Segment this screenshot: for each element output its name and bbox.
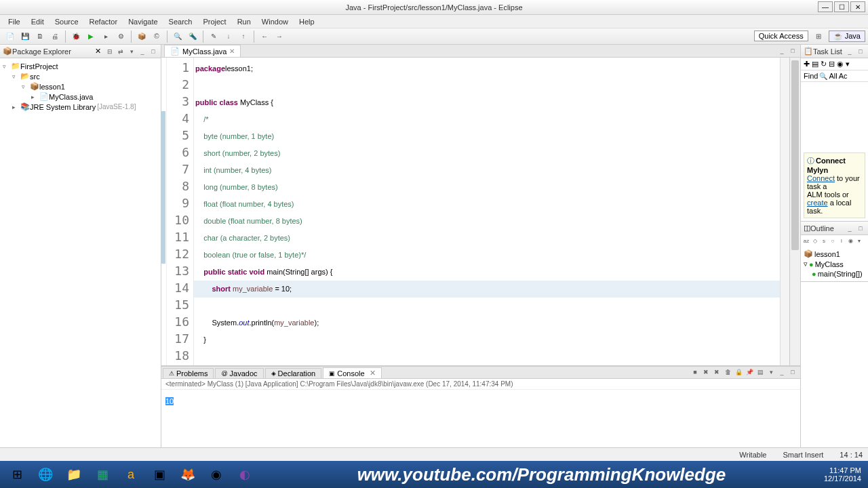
scroll-lock-icon[interactable]: 🔒 bbox=[734, 367, 743, 377]
vertical-scrollbar[interactable] bbox=[789, 58, 800, 365]
prev-annotation-icon[interactable]: ↑ bbox=[237, 30, 250, 43]
menu-source[interactable]: Source bbox=[50, 16, 84, 27]
run-last-icon[interactable]: ▸ bbox=[100, 30, 112, 43]
new-icon[interactable]: 📄 bbox=[4, 30, 16, 43]
close-button[interactable]: ✕ bbox=[850, 1, 865, 12]
outline-method[interactable]: ●main(String[]) bbox=[804, 269, 865, 279]
console-tab-close-icon[interactable]: ✕ bbox=[370, 369, 376, 378]
create-link[interactable]: create bbox=[807, 199, 828, 207]
outline-max-icon[interactable]: □ bbox=[856, 224, 865, 233]
menu-file[interactable]: File bbox=[3, 16, 26, 27]
open-console-icon[interactable]: ▾ bbox=[766, 367, 776, 377]
external-tools-icon[interactable]: ⚙ bbox=[115, 30, 127, 43]
outline-package[interactable]: 📦lesson1 bbox=[804, 249, 865, 259]
firefox-icon[interactable]: 🦊 bbox=[175, 464, 201, 485]
menu-edit[interactable]: Edit bbox=[26, 16, 50, 27]
tab-javadoc[interactable]: @Javadoc bbox=[215, 368, 263, 378]
amazon-icon[interactable]: a bbox=[118, 464, 144, 485]
focus-icon[interactable]: ◉ bbox=[837, 60, 844, 68]
tab-problems[interactable]: ⚠Problems bbox=[163, 368, 214, 378]
next-annotation-icon[interactable]: ↓ bbox=[222, 30, 235, 43]
forward-icon[interactable]: → bbox=[273, 30, 285, 43]
tree-jre[interactable]: ▸📚JRE System Library[JavaSE-1.8] bbox=[3, 102, 158, 112]
editor-minimize-icon[interactable]: _ bbox=[777, 46, 787, 56]
debug-icon[interactable]: 🐞 bbox=[70, 30, 82, 43]
menu-refactor[interactable]: Refactor bbox=[84, 16, 123, 27]
pin-console-icon[interactable]: 📌 bbox=[745, 367, 754, 377]
view-menu-icon[interactable]: ▾ bbox=[127, 47, 136, 56]
collapse-all-icon[interactable]: ⊟ bbox=[105, 47, 115, 56]
app-icon[interactable]: ▣ bbox=[146, 464, 172, 485]
chrome-icon[interactable]: ◉ bbox=[203, 464, 229, 485]
terminate-icon[interactable]: ■ bbox=[690, 367, 700, 377]
console-min-icon[interactable]: _ bbox=[777, 367, 787, 377]
task-min-icon[interactable]: _ bbox=[845, 47, 854, 56]
menu-help[interactable]: Help bbox=[294, 16, 320, 27]
outline-class[interactable]: ▿●MyClass bbox=[804, 259, 865, 269]
all-filter[interactable]: All bbox=[829, 72, 837, 80]
excel-icon[interactable]: ▦ bbox=[90, 464, 115, 485]
back-icon[interactable]: ← bbox=[258, 30, 271, 43]
editor-tab-myclass[interactable]: 📄 MyClass.java ✕ bbox=[164, 45, 241, 57]
hide-static-icon[interactable]: s bbox=[820, 237, 828, 245]
menu-search[interactable]: Search bbox=[163, 16, 198, 27]
task-max-icon[interactable]: □ bbox=[856, 47, 865, 56]
display-console-icon[interactable]: ▤ bbox=[755, 367, 765, 377]
minimize-view-icon[interactable]: _ bbox=[138, 47, 147, 56]
open-perspective-icon[interactable]: ⊞ bbox=[812, 30, 825, 42]
search-icon[interactable]: 🔍 bbox=[819, 73, 827, 80]
clear-console-icon[interactable]: 🗑 bbox=[723, 367, 732, 377]
maximize-button[interactable]: ☐ bbox=[834, 1, 849, 12]
toggle-mark-icon[interactable]: ✎ bbox=[208, 30, 220, 43]
save-all-icon[interactable]: 🗎 bbox=[34, 30, 46, 43]
maximize-view-icon[interactable]: □ bbox=[149, 47, 158, 56]
quick-access-field[interactable]: Quick Access bbox=[754, 30, 808, 41]
new-task-icon[interactable]: ✚ bbox=[804, 60, 810, 68]
tab-close-icon[interactable]: ✕ bbox=[229, 47, 235, 55]
connect-link[interactable]: Connect bbox=[807, 174, 835, 182]
search-icon[interactable]: 🔦 bbox=[186, 30, 199, 43]
collapse-icon[interactable]: ⊟ bbox=[829, 60, 835, 68]
tree-project[interactable]: ▿📁FirstProject bbox=[3, 61, 158, 71]
new-class-icon[interactable]: © bbox=[151, 30, 163, 43]
categorize-icon[interactable]: ▤ bbox=[812, 60, 818, 68]
remove-launch-icon[interactable]: ✖ bbox=[701, 367, 711, 377]
start-button[interactable]: ⊞ bbox=[4, 464, 30, 485]
save-icon[interactable]: 💾 bbox=[19, 30, 31, 43]
link-editor-icon[interactable]: ⇄ bbox=[116, 47, 125, 56]
focus-active-icon[interactable]: ◉ bbox=[846, 237, 854, 245]
menu-run[interactable]: Run bbox=[232, 16, 256, 27]
tree-file[interactable]: ▸📄MyClass.java bbox=[3, 92, 158, 102]
open-type-icon[interactable]: 🔍 bbox=[172, 30, 184, 43]
menu-navigate[interactable]: Navigate bbox=[123, 16, 163, 27]
tree-src[interactable]: ▿📂src bbox=[3, 71, 158, 81]
eclipse-icon[interactable]: ◐ bbox=[232, 464, 258, 485]
hide-local-icon[interactable]: l bbox=[837, 237, 846, 245]
outline-menu-icon[interactable]: ▾ bbox=[855, 237, 863, 245]
system-tray[interactable]: 11:47 PM 12/17/2014 bbox=[824, 466, 865, 483]
menu-window[interactable]: Window bbox=[256, 16, 294, 27]
ie-icon[interactable]: 🌐 bbox=[33, 464, 58, 485]
view-close-icon[interactable]: ✕ bbox=[95, 47, 101, 56]
run-icon[interactable]: ▶ bbox=[85, 30, 97, 43]
console-output[interactable]: 10 bbox=[161, 390, 800, 458]
sync-icon[interactable]: ↻ bbox=[821, 60, 827, 68]
new-package-icon[interactable]: 📦 bbox=[136, 30, 148, 43]
sort-icon[interactable]: az bbox=[802, 237, 810, 245]
file-explorer-icon[interactable]: 📁 bbox=[61, 464, 87, 485]
menu-project[interactable]: Project bbox=[197, 16, 231, 27]
console-max-icon[interactable]: □ bbox=[788, 367, 797, 377]
task-menu-icon[interactable]: ▾ bbox=[846, 60, 850, 68]
horizontal-scrollbar[interactable]: ◂ ▸ bbox=[161, 365, 800, 366]
activate-filter[interactable]: Ac bbox=[839, 72, 848, 80]
remove-all-icon[interactable]: ✖ bbox=[712, 367, 722, 377]
hide-nonpublic-icon[interactable]: ○ bbox=[829, 237, 837, 245]
tab-console[interactable]: ▣Console✕ bbox=[323, 367, 381, 378]
tree-package[interactable]: ▿📦lesson1 bbox=[3, 81, 158, 92]
print-icon[interactable]: 🖨 bbox=[49, 30, 61, 43]
editor-maximize-icon[interactable]: □ bbox=[788, 46, 797, 56]
code-editor[interactable]: 123456789101112131415161718 packagelesso… bbox=[161, 58, 800, 365]
minimize-button[interactable]: — bbox=[818, 1, 833, 12]
java-perspective-button[interactable]: ☕Java bbox=[829, 30, 865, 42]
outline-min-icon[interactable]: _ bbox=[845, 224, 854, 233]
